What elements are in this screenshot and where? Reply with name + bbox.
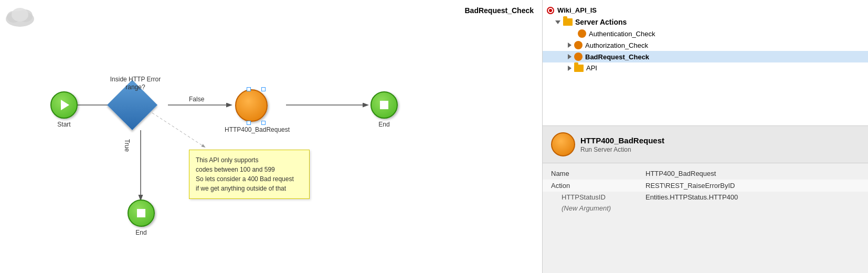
auth-check-icon <box>578 29 586 38</box>
detail-header: HTTP400_BadRequest Run Server Action <box>543 126 868 163</box>
prop-name-label: Name <box>551 170 645 177</box>
decision-label-2: range? <box>109 83 162 91</box>
prop-action-value: REST\REST_RaiseErrorByID <box>645 182 860 190</box>
prop-httpstatus-value: Entities.HTTPStatus.HTTP400 <box>645 193 738 201</box>
end-top-label: End <box>371 121 398 128</box>
end-bottom-circle <box>128 200 155 227</box>
badrequest-check-icon <box>574 52 583 61</box>
api-label: API <box>586 64 597 72</box>
flow-title: BadRequest_Check <box>465 6 534 15</box>
start-circle <box>50 91 78 119</box>
play-icon <box>61 100 69 110</box>
tree-item-authz-check[interactable]: Authorization_Check <box>543 39 868 51</box>
tree-folder-server-actions[interactable]: Server Actions <box>543 16 868 28</box>
prop-new-arg-label: (New Argument) <box>562 204 645 212</box>
authz-check-icon <box>574 41 583 49</box>
svg-line-8 <box>152 113 205 147</box>
tree-root[interactable]: Wiki_API_IS <box>543 4 868 16</box>
tooltip-line4: if we get anything outside of that <box>196 184 303 193</box>
prop-httpstatus-label: HTTPStatusID <box>562 193 645 201</box>
authz-arrow <box>568 43 571 48</box>
detail-subtitle: Run Server Action <box>580 146 664 153</box>
root-icon <box>547 7 554 14</box>
authz-check-label: Authorization_Check <box>585 41 648 49</box>
badrequest-arrow <box>568 54 571 59</box>
detail-title-block: HTTP400_BadRequest Run Server Action <box>580 136 664 153</box>
server-actions-folder-icon <box>563 18 573 26</box>
true-label: True <box>123 139 131 152</box>
properties-table: Name HTTP400_BadRequest Action REST\REST… <box>543 163 868 273</box>
stop-icon-bottom <box>137 209 145 217</box>
prop-row-httpstatus: HTTPStatusID Entities.HTTPStatus.HTTP400 <box>543 192 868 203</box>
start-label: Start <box>50 121 78 128</box>
stop-icon-top <box>380 101 388 109</box>
prop-row-action: Action REST\REST_RaiseErrorByID <box>543 180 868 192</box>
tree-panel: Wiki_API_IS Server Actions Authenticatio… <box>543 0 868 126</box>
tooltip-line3: So lets consider a 400 Bad request <box>196 174 303 184</box>
flow-panel: BadRequest_Check Start Insid <box>0 0 543 273</box>
cloud-icon <box>4 4 36 28</box>
detail-title: HTTP400_BadRequest <box>580 136 664 145</box>
server-actions-label: Server Actions <box>575 18 627 26</box>
tooltip-box: This API only supports codes between 100… <box>189 150 310 199</box>
svg-point-3 <box>12 8 28 22</box>
tree-item-auth-check[interactable]: Authentication_Check <box>543 28 868 39</box>
auth-check-label: Authentication_Check <box>589 30 655 38</box>
folder-arrow-down <box>555 20 560 24</box>
prop-name-value: HTTP400_BadRequest <box>645 170 860 177</box>
flow-arrows <box>0 0 542 273</box>
prop-row-name: Name HTTP400_BadRequest <box>543 167 868 180</box>
sel-sq-top <box>247 87 251 91</box>
api-arrow <box>568 66 571 71</box>
badrequest-check-label: BadRequest_Check <box>585 53 649 61</box>
sel-sq-br <box>261 121 266 125</box>
end-bottom-label: End <box>128 229 155 236</box>
tree-item-badrequest-check[interactable]: BadRequest_Check <box>543 51 868 62</box>
false-label: False <box>189 96 204 103</box>
root-label: Wiki_API_IS <box>557 6 597 14</box>
sel-sq-tr <box>261 87 266 91</box>
right-panel: Wiki_API_IS Server Actions Authenticatio… <box>543 0 868 273</box>
detail-panel: HTTP400_BadRequest Run Server Action Nam… <box>543 126 868 273</box>
end-top-circle <box>371 91 398 119</box>
prop-action-label: Action <box>551 182 645 190</box>
tooltip-line2: codes between 100 and 599 <box>196 165 303 174</box>
tooltip-line1: This API only supports <box>196 155 303 165</box>
decision-label-1: Inside HTTP Error <box>109 76 162 83</box>
api-folder-icon <box>574 65 584 72</box>
http400-circle <box>235 89 268 122</box>
http400-label: HTTP400_BadRequest <box>225 126 277 133</box>
prop-row-new-arg[interactable]: (New Argument) <box>543 203 868 214</box>
sel-sq-bl <box>247 121 251 125</box>
tree-item-api[interactable]: API <box>543 62 868 74</box>
detail-orange-circle <box>551 132 575 156</box>
